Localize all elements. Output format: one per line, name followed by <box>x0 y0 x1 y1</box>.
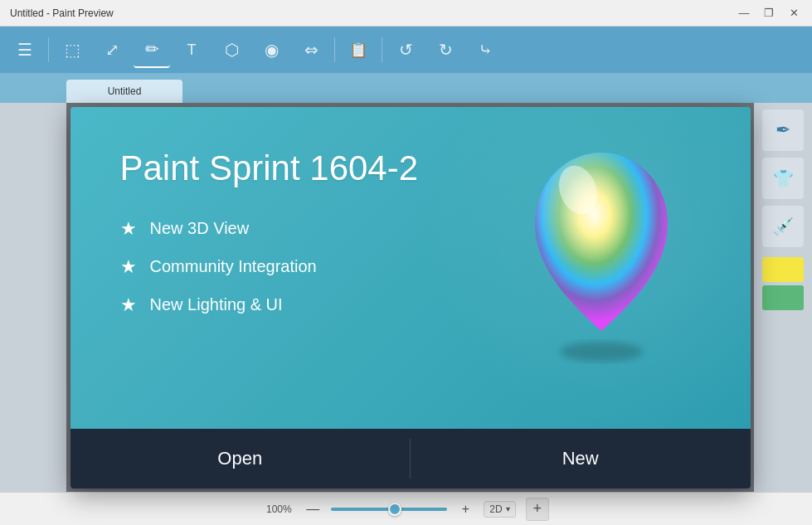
brush-tool-icon[interactable]: ✒ <box>762 109 804 151</box>
welcome-modal: Paint Sprint 1604-2 ★ New 3D View ★ Comm… <box>71 107 751 489</box>
new-button[interactable]: New <box>411 429 751 489</box>
color-yellow[interactable] <box>762 257 804 282</box>
modal-body: Paint Sprint 1604-2 ★ New 3D View ★ Comm… <box>71 107 751 429</box>
zoom-in-button[interactable]: + <box>457 501 474 518</box>
close-button[interactable]: ✕ <box>782 3 805 23</box>
feature-item-1: ★ New 3D View <box>120 218 419 240</box>
tab-bar: Untitled <box>0 73 812 103</box>
modal-overlay: Paint Sprint 1604-2 ★ New 3D View ★ Comm… <box>66 103 754 492</box>
add-canvas-button[interactable]: + <box>526 498 549 521</box>
star-icon-3: ★ <box>120 294 137 316</box>
eyedropper-icon[interactable]: 💉 <box>762 206 804 247</box>
text-icon[interactable]: T <box>173 32 210 68</box>
shape-icon[interactable]: ⬡ <box>213 32 250 68</box>
modal-title: Paint Sprint 1604-2 <box>120 148 419 188</box>
redo-icon[interactable]: ⤷ <box>467 32 503 68</box>
window-title: Untitled - Paint Preview <box>10 7 114 19</box>
zoom-level: 100% <box>263 503 294 515</box>
view-select[interactable]: 2D ▾ <box>484 501 515 518</box>
open-button[interactable]: Open <box>71 429 411 489</box>
tab-untitled[interactable]: Untitled <box>66 80 182 103</box>
toolbar-separator-2 <box>334 37 335 62</box>
hamburger-menu-icon[interactable]: ☰ <box>7 32 43 68</box>
chevron-down-icon: ▾ <box>506 504 510 513</box>
feature-text-3: New Lighting & UI <box>150 295 283 314</box>
maximize-button[interactable]: ❐ <box>757 3 780 23</box>
title-bar: Untitled - Paint Preview — ❐ ✕ <box>0 0 812 27</box>
redo2-icon[interactable]: ↻ <box>427 32 464 68</box>
clipboard-icon[interactable]: 📋 <box>340 32 377 68</box>
flip-icon[interactable]: ⇔ <box>293 32 329 68</box>
canvas-area: Paint Sprint 1604-2 ★ New 3D View ★ Comm… <box>66 103 754 492</box>
feature-item-2: ★ Community Integration <box>120 256 419 278</box>
modal-footer: Open New <box>71 429 751 489</box>
3d-icon[interactable]: ◉ <box>253 32 289 68</box>
undo-icon[interactable]: ↺ <box>387 32 424 68</box>
view-label: 2D <box>489 503 502 515</box>
bg-decoration <box>419 107 751 429</box>
star-icon-1: ★ <box>120 218 137 240</box>
tshirt-icon[interactable]: 👕 <box>762 158 804 199</box>
star-icon-2: ★ <box>120 256 137 278</box>
minimize-button[interactable]: — <box>732 3 756 23</box>
zoom-thumb[interactable] <box>388 503 401 516</box>
feature-list: ★ New 3D View ★ Community Integration ★ … <box>120 218 419 316</box>
feature-item-3: ★ New Lighting & UI <box>120 294 419 316</box>
feature-text-2: Community Integration <box>150 257 317 276</box>
selection-icon[interactable]: ⬚ <box>54 32 90 68</box>
toolbar-separator-3 <box>382 37 382 62</box>
main-area: Paint Sprint 1604-2 ★ New 3D View ★ Comm… <box>0 103 812 492</box>
color-swatches <box>762 257 804 310</box>
title-bar-controls: — ❐ ✕ <box>732 3 805 23</box>
zoom-slider[interactable] <box>331 508 447 511</box>
status-bar: 100% — + 2D ▾ + <box>0 492 812 525</box>
left-sidebar <box>0 103 66 492</box>
toolbar-separator-1 <box>48 37 49 62</box>
toolbar: ☰ ⬚ ⤢ ✏ T ⬡ ◉ ⇔ 📋 ↺ ↻ ⤷ <box>0 27 812 73</box>
crop-icon[interactable]: ⤢ <box>94 32 130 68</box>
brush-icon[interactable]: ✏ <box>134 32 170 68</box>
color-green[interactable] <box>762 285 804 310</box>
feature-text-1: New 3D View <box>150 219 250 238</box>
zoom-out-button[interactable]: — <box>304 501 321 518</box>
right-sidebar: ✒ 👕 💉 <box>754 103 812 492</box>
modal-content: Paint Sprint 1604-2 ★ New 3D View ★ Comm… <box>120 148 419 316</box>
